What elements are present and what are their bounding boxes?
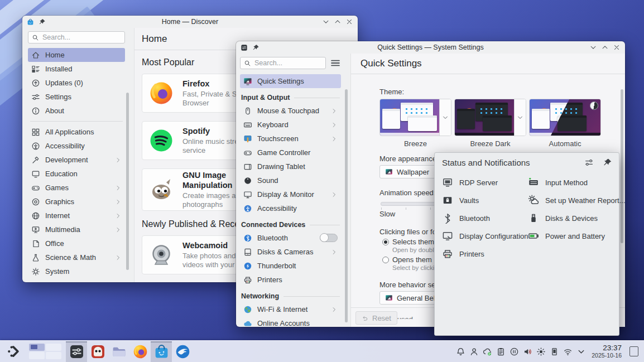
sidebar-item-quick-settings[interactable]: Quick Settings [240,74,341,88]
cloud-sync-icon[interactable] [483,347,492,356]
user-icon[interactable] [469,347,479,356]
pin-icon[interactable] [603,158,612,167]
taskbar-app-dolphin[interactable] [108,341,129,362]
close-button[interactable] [345,18,353,26]
media-pause-icon[interactable] [510,347,519,356]
taskbar-app-firefox[interactable] [129,341,151,362]
discover-titlebar[interactable]: Home — Discover [22,16,358,28]
content-scrollbar[interactable] [621,89,623,243]
sidebar-item-science-math[interactable]: Science & Math [28,250,125,264]
popup-item-display-configuration[interactable]: Display Configuration [442,230,526,242]
maximize-button[interactable] [334,18,342,26]
popup-item-vaults[interactable]: Vaults [442,194,526,206]
settings-titlebar[interactable]: Quick Settings — System Settings [236,41,625,54]
taskbar-app-ghost-app[interactable] [87,341,108,362]
sidebar-item-education[interactable]: Education [28,167,125,181]
popup-item-bluetooth[interactable]: Bluetooth [442,212,526,224]
popup-item-printers[interactable]: Printers [442,248,526,260]
sidebar-item-games[interactable]: Games [28,181,125,195]
expand-icon[interactable] [576,347,586,356]
maximize-button[interactable] [601,44,609,51]
radio-selects-them[interactable] [382,239,389,245]
theme-dropdown-button[interactable] [439,99,451,136]
sidebar-item-game-controller[interactable]: Game Controller [240,146,341,160]
sidebar-scrollbar[interactable] [126,93,129,270]
reset-button[interactable]: Reset [355,311,397,325]
printer-icon [442,248,453,259]
sidebar-item-graphics[interactable]: Graphics [28,195,125,209]
taskbar-app-falkon[interactable] [172,341,193,362]
clock-time: 23:37 [592,344,622,352]
pin-icon[interactable] [252,44,259,51]
pin-icon[interactable] [39,18,46,26]
notifications-icon[interactable] [456,347,465,356]
sidebar-item-disks-cameras[interactable]: Disks & Cameras [240,245,341,259]
sidebar-item-about[interactable]: About [28,104,125,118]
sidebar-item-settings[interactable]: Settings [28,90,125,104]
popup-item-input-method[interactable]: Input Method [528,176,617,189]
theme-option-breeze[interactable]: Breeze [379,99,451,148]
sidebar-item-all-applications[interactable]: All Applications [28,125,125,139]
slider-tick [430,207,431,210]
accessibility-blue-icon [243,204,252,213]
sidebar-item-development[interactable]: Development [28,153,125,167]
device-icon[interactable] [550,347,559,356]
sidebar-item-online-accounts[interactable]: Online Accounts [240,316,341,330]
menu-button[interactable] [330,57,341,69]
virtual-desktop-pager[interactable] [29,344,61,359]
pager-desktop-2[interactable] [46,344,61,351]
taskbar-app-discover[interactable] [151,341,172,362]
pager-desktop-3[interactable] [29,352,45,359]
popup-item-disks-devices[interactable]: Disks & Devices [528,212,617,224]
digital-clock[interactable]: 23:37 2025-10-16 [592,344,622,358]
sidebar-item-multimedia[interactable]: Multimedia [28,223,125,236]
sidebar-item-label: Thunderbolt [257,262,296,270]
minimize-button[interactable] [589,44,597,51]
sidebar-item-home[interactable]: Home [28,48,125,62]
sidebar-item-touchscreen[interactable]: Touchscreen [240,132,341,146]
sidebar-item-sound[interactable]: Sound [240,173,341,187]
popup-item-power-and-battery[interactable]: Power and Battery [528,230,617,242]
sidebar-item-display-monitor[interactable]: Display & Monitor [240,187,341,201]
search-input[interactable]: Search... [28,31,125,44]
bluetooth-toggle[interactable] [320,234,338,242]
sidebar-item-system[interactable]: System [28,264,125,278]
theme-option-automatic[interactable]: Automatic [529,99,601,148]
sidebar-item-mouse-touchpad[interactable]: Mouse & Touchpad [240,104,341,118]
sidebar-item-wi-fi-internet[interactable]: Wi-Fi & Internet [240,302,341,316]
pager-desktop-4[interactable] [46,352,61,359]
clipboard-icon[interactable] [496,347,506,356]
popup-item-label: Vaults [459,196,479,205]
sidebar-item-internet[interactable]: Internet [28,209,125,223]
popup-item-rdp-server[interactable]: RDP Server [442,176,526,189]
search-input[interactable]: Search... [240,57,326,69]
sidebar-scrollbar[interactable] [345,89,348,322]
wifi-icon[interactable] [563,347,573,356]
sidebar-item-thunderbolt[interactable]: Thunderbolt [240,259,341,273]
sidebar-item-accessibility[interactable]: Accessibility [240,201,341,215]
taskbar-app-system-settings[interactable] [66,341,87,362]
close-button[interactable] [613,44,621,51]
configure-icon[interactable] [584,158,594,167]
sidebar-item-keyboard[interactable]: Keyboard [240,118,341,132]
sidebar-item-bluetooth[interactable]: Bluetooth [240,231,341,245]
minimize-button[interactable] [322,18,330,26]
sidebar-item-updates-0[interactable]: Updates (0) [28,76,125,90]
brightness-icon[interactable] [536,347,546,356]
sidebar-item-accessibility[interactable]: Accessibility [28,139,125,153]
app-launcher-button[interactable] [6,343,22,360]
general-behavior-icon [385,294,393,302]
theme-dropdown-button[interactable] [514,99,526,136]
popup-item-set-up-weather-report[interactable]: Set up Weather Report... [528,194,617,206]
sidebar-item-installed[interactable]: Installed [28,62,125,76]
sidebar-section-connected-devices: Connected Devices [241,221,340,229]
pager-desktop-1[interactable] [29,344,45,351]
sidebar-item-office[interactable]: Office [28,236,125,250]
radio-opens-them[interactable] [382,257,389,263]
theme-option-breeze-dark[interactable]: Breeze Dark [454,99,526,148]
volume-icon[interactable] [523,347,532,356]
show-desktop-button[interactable] [629,346,638,356]
sidebar-item-drawing-tablet[interactable]: Drawing Tablet [240,160,341,173]
sidebar-item-printers[interactable]: Printers [240,273,341,287]
sidebar-item-label: About [45,107,64,115]
